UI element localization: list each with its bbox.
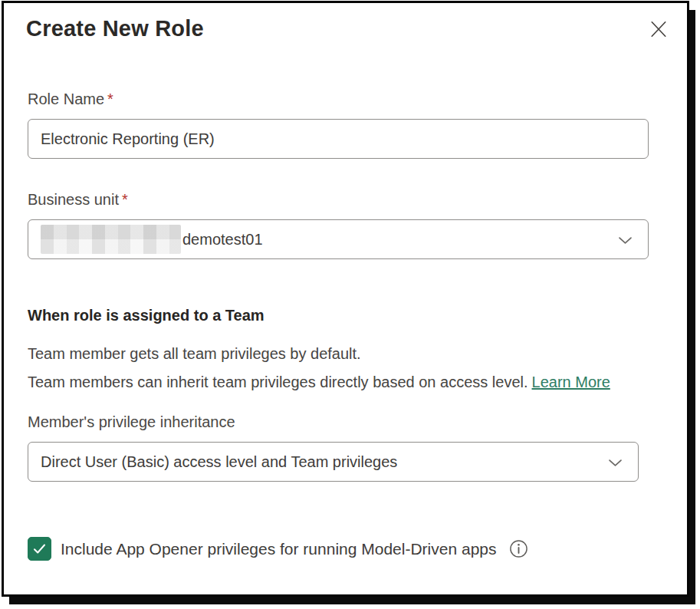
app-opener-checkbox-row[interactable]: Include App Opener privileges for runnin… (28, 537, 649, 561)
checkmark-icon (31, 540, 48, 558)
team-inherit-text-body: Team members can inherit team privileges… (28, 374, 528, 390)
team-section-heading: When role is assigned to a Team (28, 305, 649, 326)
business-unit-label-text: Business unit (28, 191, 119, 208)
privilege-inheritance-value: Direct User (Basic) access level and Tea… (41, 453, 397, 471)
app-opener-label: Include App Opener privileges for runnin… (61, 540, 497, 558)
role-name-label-text: Role Name (28, 91, 104, 107)
required-asterisk: * (107, 91, 113, 107)
close-icon (647, 18, 670, 41)
team-inherit-text: Team members can inherit team privileges… (28, 372, 649, 393)
business-unit-label: Business unit* (28, 189, 649, 210)
role-name-label: Role Name* (28, 89, 649, 110)
privilege-inheritance-label: Member's privilege inheritance (28, 412, 649, 433)
required-asterisk: * (122, 191, 128, 208)
dialog-content: Role Name* Business unit* demotest01 Whe… (4, 89, 687, 561)
dialog-header: Create New Role (4, 3, 687, 46)
info-icon (508, 538, 529, 559)
create-new-role-dialog: Create New Role Role Name* Business unit… (2, 1, 689, 597)
learn-more-link[interactable]: Learn More (532, 374, 610, 390)
business-unit-value: demotest01 (182, 231, 263, 249)
privilege-inheritance-dropdown[interactable]: Direct User (Basic) access level and Tea… (28, 442, 639, 482)
close-button[interactable] (644, 15, 673, 46)
redacted-text-blur (41, 225, 181, 254)
info-button[interactable] (508, 538, 529, 559)
business-unit-dropdown[interactable]: demotest01 (28, 219, 649, 259)
dialog-frame: Create New Role Role Name* Business unit… (0, 0, 700, 609)
app-opener-checkbox[interactable] (28, 537, 51, 561)
chevron-down-icon (616, 232, 634, 249)
role-name-input[interactable] (28, 119, 649, 159)
team-default-text: Team member gets all team privileges by … (28, 344, 649, 364)
dialog-title: Create New Role (26, 13, 204, 44)
chevron-down-icon (606, 454, 624, 472)
